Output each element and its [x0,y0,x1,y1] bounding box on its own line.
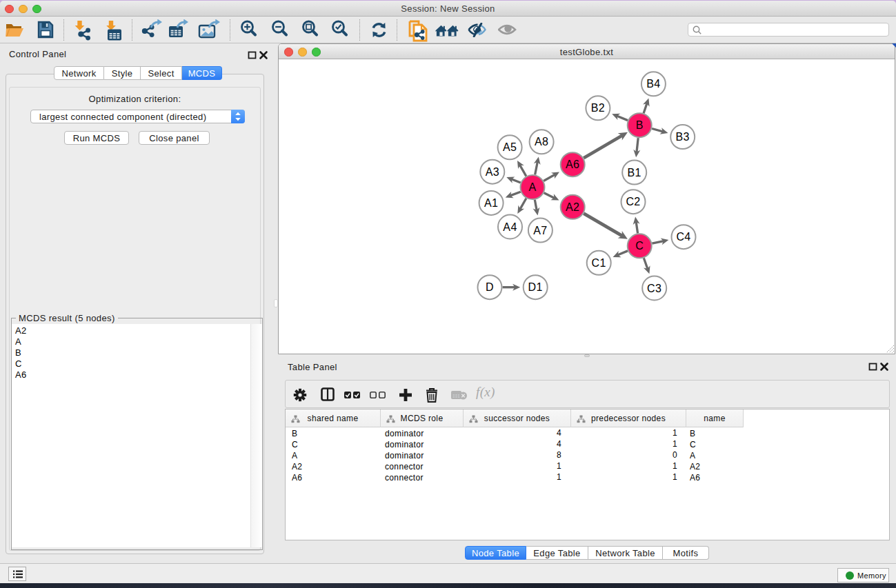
svg-text:C1: C1 [592,257,606,269]
svg-text:A8: A8 [535,136,548,148]
svg-text:A6: A6 [566,159,579,170]
svg-text:C3: C3 [647,283,661,294]
svg-text:A: A [528,181,536,193]
svg-text:A2: A2 [566,201,579,213]
svg-text:A4: A4 [503,221,517,233]
svg-text:A3: A3 [486,166,499,178]
svg-text:B1: B1 [628,167,641,179]
svg-text:D: D [486,281,494,293]
svg-text:C4: C4 [676,231,690,243]
svg-text:B2: B2 [591,102,605,114]
svg-text:C: C [635,240,644,252]
svg-text:D1: D1 [528,281,543,293]
svg-text:B3: B3 [676,131,690,143]
svg-text:B4: B4 [646,78,660,90]
svg-text:B: B [636,119,644,131]
svg-text:A1: A1 [484,197,498,209]
svg-text:A5: A5 [503,141,517,153]
svg-text:C2: C2 [626,196,640,207]
svg-text:A7: A7 [533,225,547,236]
